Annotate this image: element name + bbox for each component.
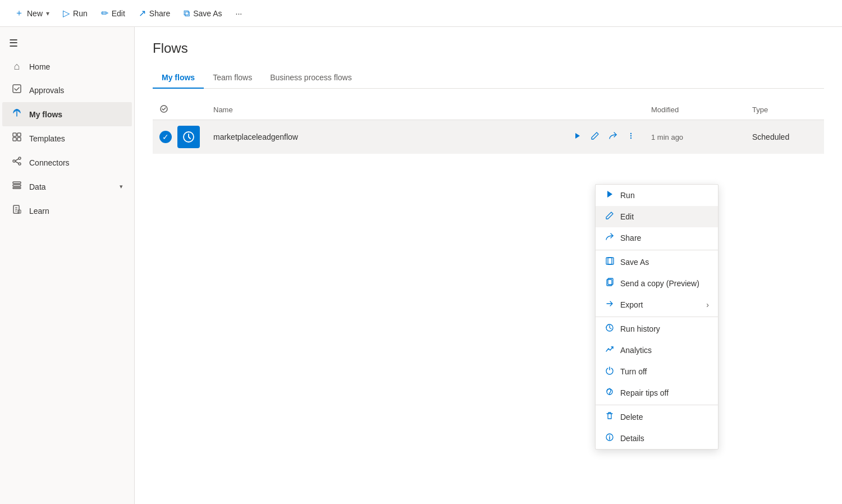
page-title: Flows bbox=[153, 40, 824, 56]
flow-modified-cell: 1 min ago bbox=[644, 120, 745, 154]
main-content: Flows My flows Team flows Business proce… bbox=[135, 27, 842, 504]
svg-line-9 bbox=[15, 162, 19, 164]
svg-rect-3 bbox=[13, 138, 16, 141]
export-icon bbox=[605, 299, 615, 310]
connectors-icon bbox=[11, 156, 22, 169]
tab-my-flows[interactable]: My flows bbox=[153, 67, 204, 89]
new-button[interactable]: ＋ New ▾ bbox=[9, 4, 55, 22]
col-header-name: Name bbox=[207, 100, 644, 120]
svg-point-5 bbox=[13, 160, 15, 162]
sidebar-item-data[interactable]: Data ▾ bbox=[2, 175, 132, 199]
tabs-bar: My flows Team flows Business process flo… bbox=[153, 67, 824, 89]
flow-type-cell: Scheduled bbox=[745, 120, 824, 154]
col-header-modified: Modified bbox=[644, 100, 745, 120]
svg-rect-0 bbox=[13, 85, 21, 93]
sidebar-item-label: Home bbox=[29, 62, 50, 71]
approvals-icon bbox=[11, 84, 22, 97]
repair-tips-icon bbox=[605, 387, 615, 398]
context-menu-repair-tips[interactable]: Repair tips off bbox=[596, 382, 718, 404]
delete-icon bbox=[605, 411, 615, 423]
table-row: ✓ marketplaceleadgenflow bbox=[153, 120, 824, 154]
sidebar-item-my-flows[interactable]: My flows bbox=[2, 102, 132, 126]
context-menu-analytics[interactable]: Analytics bbox=[596, 340, 718, 361]
flow-actions bbox=[570, 129, 638, 145]
sidebar-item-connectors[interactable]: Connectors bbox=[2, 150, 132, 175]
tab-business-process[interactable]: Business process flows bbox=[261, 67, 361, 89]
hamburger-icon[interactable]: ☰ bbox=[0, 31, 134, 55]
share-icon: ↗ bbox=[139, 8, 146, 19]
sidebar-item-learn[interactable]: Learn bbox=[2, 199, 132, 223]
chevron-down-icon: ▾ bbox=[46, 10, 49, 17]
flow-edit-button[interactable] bbox=[588, 129, 602, 145]
toolbar: ＋ New ▾ ▷ Run ✏ Edit ↗ Share ⧉ Save As ·… bbox=[0, 0, 842, 27]
sidebar-item-label: Connectors bbox=[29, 158, 70, 167]
share-button[interactable]: ↗ Share bbox=[133, 4, 176, 22]
svg-point-7 bbox=[19, 163, 21, 165]
flow-type: Scheduled bbox=[752, 132, 789, 141]
check-icon: ✓ bbox=[159, 131, 172, 143]
send-copy-icon bbox=[605, 278, 615, 289]
row-icon-cell: ✓ bbox=[153, 120, 207, 154]
sidebar-item-templates[interactable]: Templates bbox=[2, 126, 132, 150]
edit-button[interactable]: ✏ Edit bbox=[95, 4, 131, 22]
svg-point-30 bbox=[609, 435, 610, 436]
flow-more-button[interactable] bbox=[624, 129, 638, 145]
menu-divider-3 bbox=[596, 405, 718, 405]
details-icon bbox=[605, 433, 615, 444]
svg-rect-12 bbox=[13, 187, 21, 189]
templates-icon bbox=[11, 132, 22, 145]
context-menu-share[interactable]: Share bbox=[596, 227, 718, 249]
context-menu-turn-off[interactable]: Turn off bbox=[596, 361, 718, 382]
context-menu-send-copy[interactable]: Send a copy (Preview) bbox=[596, 273, 718, 294]
save-as-icon bbox=[605, 256, 615, 268]
share-icon bbox=[605, 232, 615, 244]
context-menu-save-as[interactable]: Save As bbox=[596, 251, 718, 273]
flow-share-button[interactable] bbox=[606, 129, 620, 145]
run-button[interactable]: ▷ Run bbox=[57, 4, 93, 22]
learn-icon bbox=[11, 204, 22, 217]
sidebar-item-label: Templates bbox=[29, 134, 65, 143]
plus-icon: ＋ bbox=[15, 7, 24, 19]
svg-point-6 bbox=[19, 157, 21, 159]
svg-point-21 bbox=[630, 135, 632, 136]
export-arrow-icon: › bbox=[706, 300, 709, 309]
sidebar: ☰ ⌂ Home Approvals My flows bbox=[0, 27, 135, 504]
context-menu-details[interactable]: Details bbox=[596, 428, 718, 449]
flow-type-icon bbox=[177, 126, 200, 148]
svg-rect-24 bbox=[608, 258, 614, 264]
context-menu: Run Edit Share bbox=[595, 184, 719, 450]
col-header-type: Type bbox=[745, 100, 824, 120]
my-flows-icon bbox=[11, 108, 22, 121]
flow-modified: 1 min ago bbox=[651, 133, 683, 141]
sidebar-item-label: My flows bbox=[29, 110, 62, 119]
svg-point-22 bbox=[630, 138, 632, 139]
flow-name-cell: marketplaceleadgenflow bbox=[207, 120, 644, 154]
context-menu-export[interactable]: Export › bbox=[596, 294, 718, 315]
tab-team-flows[interactable]: Team flows bbox=[204, 67, 261, 89]
context-menu-delete[interactable]: Delete bbox=[596, 406, 718, 428]
edit-icon bbox=[605, 211, 615, 222]
context-menu-edit[interactable]: Edit bbox=[596, 206, 718, 227]
svg-rect-10 bbox=[13, 182, 21, 184]
flow-run-button[interactable] bbox=[570, 129, 584, 145]
context-menu-run-history[interactable]: Run history bbox=[596, 318, 718, 340]
sidebar-item-label: Approvals bbox=[29, 86, 64, 95]
svg-rect-23 bbox=[606, 258, 612, 264]
save-as-icon: ⧉ bbox=[184, 8, 190, 19]
run-icon: ▷ bbox=[63, 8, 70, 19]
context-menu-run[interactable]: Run bbox=[596, 185, 718, 206]
more-button[interactable]: ··· bbox=[230, 6, 248, 21]
svg-rect-11 bbox=[13, 185, 21, 186]
svg-line-8 bbox=[15, 159, 19, 161]
run-history-icon bbox=[605, 323, 615, 335]
flow-name: marketplaceleadgenflow bbox=[213, 132, 298, 141]
data-chevron-icon: ▾ bbox=[120, 183, 123, 190]
analytics-icon bbox=[605, 345, 615, 356]
sidebar-item-home[interactable]: ⌂ Home bbox=[2, 55, 132, 78]
save-as-button[interactable]: ⧉ Save As bbox=[178, 5, 227, 22]
flows-table: Name Modified Type ✓ bbox=[153, 100, 824, 154]
menu-divider-1 bbox=[596, 250, 718, 250]
home-icon: ⌂ bbox=[11, 61, 22, 72]
sidebar-item-approvals[interactable]: Approvals bbox=[2, 78, 132, 102]
svg-point-20 bbox=[630, 133, 632, 134]
